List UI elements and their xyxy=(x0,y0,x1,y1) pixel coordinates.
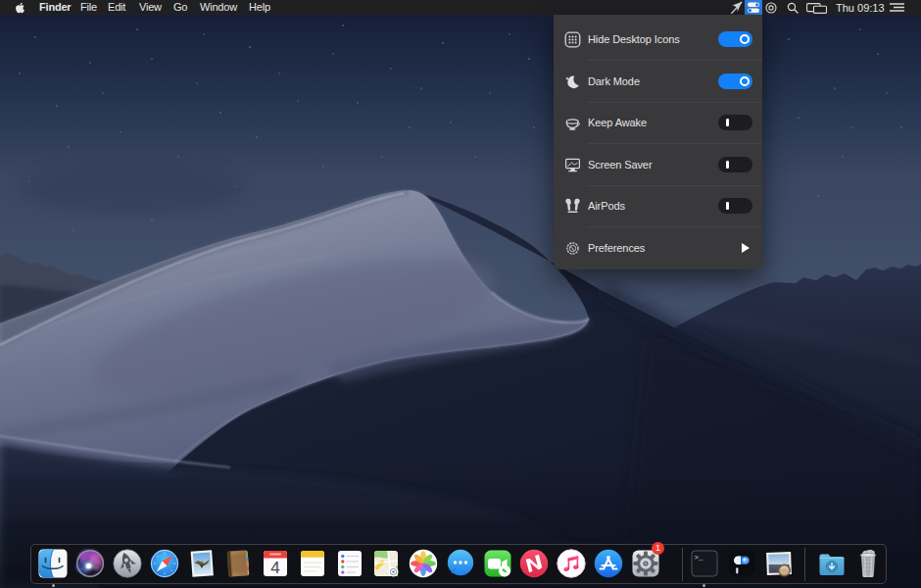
svg-text:>_: >_ xyxy=(695,554,704,562)
svg-text:4: 4 xyxy=(270,559,279,577)
